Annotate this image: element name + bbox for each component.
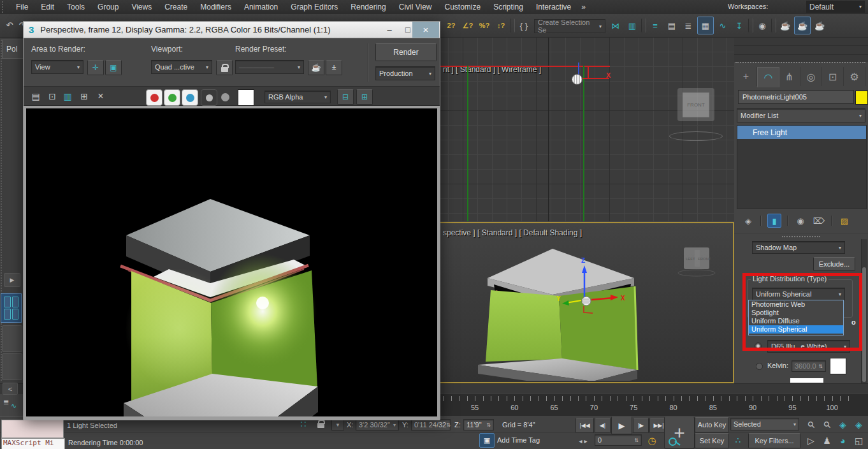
tab-modify[interactable]: ◠ (757, 67, 779, 87)
stack-separator[interactable] (787, 216, 788, 226)
macro-recorder-panel[interactable] (1, 420, 64, 438)
object-name-field[interactable]: PhotometricLight005 (738, 90, 854, 104)
make-unique-icon[interactable]: ◉ (794, 214, 807, 227)
workspace-dropdown[interactable]: Default ▾ (806, 1, 865, 13)
rendered-frame-icon[interactable]: ☕ (794, 17, 811, 34)
maximize-viewport-icon[interactable]: ◱ (851, 432, 867, 448)
viewcube-front-face[interactable]: FRONT (683, 92, 709, 117)
toolbar-separator[interactable] (641, 18, 646, 33)
auto-key-button[interactable]: Auto Key (695, 417, 729, 432)
curve-editor-icon[interactable]: ∿ (715, 17, 730, 34)
menu-item[interactable]: Graph Editors (284, 0, 344, 14)
maxscript-mini-listener[interactable]: MAXScript Mi (1, 438, 65, 449)
red-channel-button[interactable] (146, 89, 163, 106)
key-mode-icon[interactable]: ∴ (730, 434, 746, 446)
green-channel-button[interactable] (164, 89, 180, 106)
viewport-dropdown[interactable]: Quad ...ctive ▾ (151, 60, 212, 74)
toolbar-separator[interactable] (771, 18, 776, 33)
z-coord-field[interactable]: 11'9" ⇅ (463, 419, 494, 431)
print-image-icon[interactable]: ⊞ (77, 89, 91, 103)
tab-create[interactable]: + (735, 67, 757, 86)
menu-item[interactable]: Civil View (393, 0, 438, 14)
expand-panel-button[interactable]: ▶ (4, 273, 20, 287)
window-title-bar[interactable]: 3 Perspective, frame 12, Display Gamma: … (24, 22, 440, 38)
orbit-icon[interactable]: ◕ (835, 432, 851, 448)
menu-overflow-icon[interactable]: » (577, 3, 590, 11)
kelvin-radio[interactable] (756, 363, 763, 370)
dropdown-option[interactable]: Uniform Diffuse (749, 317, 843, 325)
background-color-swatch[interactable] (238, 89, 254, 106)
current-frame-field[interactable]: 0 ⇅ (595, 434, 642, 446)
filter-color-swatch-partial[interactable] (790, 378, 823, 383)
remove-modifier-icon[interactable]: ⌦ (813, 214, 825, 227)
toolbar-separator[interactable] (748, 18, 753, 33)
modifier-stack[interactable]: Free Light (737, 125, 867, 209)
monochrome-button[interactable] (201, 89, 217, 106)
add-time-tag[interactable]: Add Time Tag (497, 436, 540, 444)
pin-stack-icon[interactable]: ◈ (742, 214, 755, 227)
alpha-channel-button[interactable] (221, 93, 229, 101)
next-frame-button[interactable]: |▶ (633, 418, 649, 433)
close-button[interactable]: × (412, 22, 439, 38)
dropdown-option[interactable]: Spotlight (749, 309, 843, 317)
environment-effects-icon[interactable]: ± (326, 60, 342, 75)
menu-item[interactable]: File (10, 0, 34, 14)
color-preset-dropdown[interactable]: D65 Illu...e White) ▾ (767, 340, 850, 353)
schematic-view-icon[interactable]: ↧ (732, 17, 747, 34)
minimize-button[interactable]: – (380, 22, 398, 38)
zoom-extents-all-icon[interactable]: ◈ (851, 416, 867, 432)
set-keys-button[interactable]: + (664, 416, 695, 449)
modifier-list-dropdown[interactable]: Modifier List ▾ (737, 108, 865, 122)
timeline-ruler[interactable]: 556065707580859095100 (440, 394, 868, 417)
viewport-layout-tab-active[interactable] (1, 293, 22, 323)
show-end-result-icon[interactable]: ▮ (767, 214, 781, 228)
go-to-start-button[interactable]: |◀◀ (575, 418, 594, 433)
selection-set-dropdown[interactable]: Create Selection Se ▾ (534, 19, 605, 33)
clone-window-icon[interactable]: ⊡ (45, 89, 59, 103)
exclude-button[interactable]: Exclude... (813, 257, 855, 271)
mini-listener-icon[interactable]: ≣ (3, 398, 9, 406)
auto-region-icon[interactable]: ▣ (105, 60, 122, 75)
layer-b-icon[interactable]: ⊞ (356, 89, 373, 105)
snaps-toggle-icon[interactable]: 2? (444, 17, 459, 34)
frame-step-arrows-icon[interactable]: ◂ ▸ (577, 435, 590, 446)
ribbon-toggle-icon[interactable]: ≣ (681, 17, 696, 34)
render-setup-icon[interactable]: ☕ (778, 17, 793, 34)
play-button[interactable]: ▶ (611, 416, 632, 434)
spinner-snap-icon[interactable]: ↕? (493, 17, 509, 34)
align-icon[interactable]: ▥ (625, 17, 640, 34)
configure-modifier-sets-icon[interactable]: ▨ (838, 214, 851, 227)
menu-item[interactable]: Modifiers (194, 0, 238, 14)
viewport-layout-tab[interactable] (2, 325, 22, 352)
menu-item[interactable]: Customize (438, 0, 488, 14)
tab-display[interactable]: ⊡ (822, 67, 844, 86)
edit-region-icon[interactable]: ✛ (87, 60, 104, 75)
color-preset-radio[interactable] (755, 342, 762, 350)
ribbon-tab-polygon-modeling[interactable]: Pol (2, 40, 23, 59)
menu-item[interactable]: Tools (61, 0, 91, 14)
scrollbar-thumb[interactable] (862, 267, 866, 382)
blue-channel-button[interactable] (182, 89, 198, 106)
menu-item[interactable]: Group (91, 0, 125, 14)
y-coord-field[interactable]: 0'11 24/32 ⇅ (411, 419, 451, 431)
angle-snap-icon[interactable]: ∠? (460, 17, 475, 34)
shadow-type-dropdown[interactable]: Shadow Map ▾ (752, 241, 845, 254)
key-filter-set-dropdown[interactable]: Selected ▾ (730, 418, 799, 431)
render-production-icon[interactable]: ☕ (812, 17, 827, 34)
clear-image-icon[interactable]: × (94, 89, 108, 103)
graphite-tools-icon[interactable]: ▦ (697, 17, 714, 34)
panel-scrollbar[interactable] (861, 239, 867, 383)
render-preset-dropdown[interactable]: ————— ▾ (235, 60, 304, 74)
tab-hierarchy[interactable]: ⋔ (779, 67, 800, 86)
previous-frame-button[interactable]: ◀| (595, 418, 611, 433)
layer-a-icon[interactable]: ⊟ (337, 89, 354, 105)
render-button[interactable]: Render (375, 43, 437, 61)
menu-item[interactable]: Edit (34, 0, 61, 14)
scene-explorer-icon[interactable]: ≡ (647, 17, 663, 34)
tab-utilities[interactable]: ⚙ (844, 67, 865, 86)
lock-viewport-icon[interactable] (216, 60, 233, 75)
rollout-grip[interactable] (782, 236, 820, 237)
channels-icon[interactable]: ▥ (61, 89, 75, 103)
menu-item[interactable]: Interactive (530, 0, 577, 14)
render-setup-icon[interactable]: ☕ (308, 60, 324, 75)
